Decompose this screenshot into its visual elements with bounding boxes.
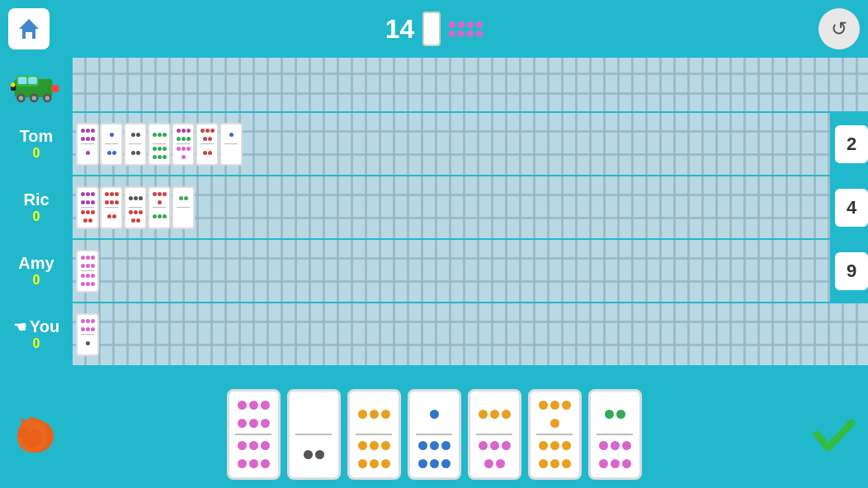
bottom-area xyxy=(0,381,868,488)
svg-point-8 xyxy=(32,96,36,100)
score-badge-amy: 9 xyxy=(835,252,868,290)
hand-tile-7[interactable] xyxy=(588,389,642,480)
player-info-ric: Ric 0 xyxy=(0,190,73,224)
tile-count: 14 xyxy=(385,14,415,45)
play-area: Tom 0 xyxy=(0,58,868,381)
player-info-tom: Tom 0 xyxy=(0,127,73,161)
domino xyxy=(172,123,195,166)
train-info xyxy=(0,62,73,107)
domino xyxy=(76,313,99,356)
player-name-tom: Tom xyxy=(20,127,54,146)
player-score-amy: 0 xyxy=(33,273,40,288)
center-domino-display xyxy=(449,21,483,37)
hand-tile-4[interactable] xyxy=(408,389,461,480)
domino xyxy=(148,123,171,166)
domino xyxy=(172,186,195,229)
undo-button[interactable] xyxy=(8,408,62,462)
player-row-amy: Amy 0 xyxy=(0,240,868,302)
score-badge-tom: 2 xyxy=(835,125,868,163)
player-row-you: ☚ You 0 xyxy=(0,303,868,365)
domino xyxy=(124,123,147,166)
rail-track-ric xyxy=(73,176,830,238)
domino xyxy=(76,250,99,293)
player-row-ric: Ric 0 xyxy=(0,176,868,238)
hand-tile-3[interactable] xyxy=(347,389,401,480)
player-row-tom: Tom 0 xyxy=(0,113,868,175)
player-name-you: You xyxy=(30,317,59,336)
rail-track-you xyxy=(73,303,868,365)
domino xyxy=(124,186,147,229)
train-icon xyxy=(11,62,62,107)
rail-track-amy xyxy=(73,240,830,302)
domino xyxy=(100,123,123,166)
home-button[interactable] xyxy=(8,8,50,49)
score-badge-ric: 4 xyxy=(835,189,868,227)
domino xyxy=(219,123,243,166)
game-container: 14 ↺ xyxy=(0,0,868,488)
hand-tile-2[interactable] xyxy=(287,389,341,480)
svg-rect-11 xyxy=(52,85,59,92)
center-score-area: 14 xyxy=(385,12,484,46)
player-name-amy: Amy xyxy=(18,254,54,273)
player-info-amy: Amy 0 xyxy=(0,254,73,288)
domino xyxy=(76,123,99,166)
hand-tiles xyxy=(227,389,642,480)
train-track xyxy=(73,58,868,111)
domino xyxy=(76,186,99,229)
player-info-you: ☚ You 0 xyxy=(0,317,73,351)
player-score-you: 0 xyxy=(33,336,40,351)
svg-point-13 xyxy=(11,82,15,87)
domino xyxy=(196,123,219,166)
player-name-ric: Ric xyxy=(23,190,49,209)
top-bar: 14 ↺ xyxy=(0,0,868,58)
domino xyxy=(148,186,171,229)
domino xyxy=(100,186,123,229)
confirm-button[interactable] xyxy=(806,408,860,462)
player-score-ric: 0 xyxy=(33,209,40,224)
svg-marker-0 xyxy=(19,19,39,39)
hand-tile-6[interactable] xyxy=(528,389,582,480)
hand-tile-5[interactable] xyxy=(468,389,521,480)
svg-point-6 xyxy=(19,96,23,100)
hand-tile-1[interactable] xyxy=(227,389,281,480)
train-row xyxy=(0,58,868,111)
refresh-button[interactable]: ↺ xyxy=(818,8,860,49)
svg-point-10 xyxy=(45,96,50,100)
svg-rect-4 xyxy=(28,77,37,84)
rail-track-tom xyxy=(73,113,830,175)
current-tile-preview xyxy=(422,12,441,46)
you-indicator: ☚ xyxy=(13,318,26,336)
player-score-tom: 0 xyxy=(33,146,40,161)
svg-rect-3 xyxy=(18,77,27,84)
